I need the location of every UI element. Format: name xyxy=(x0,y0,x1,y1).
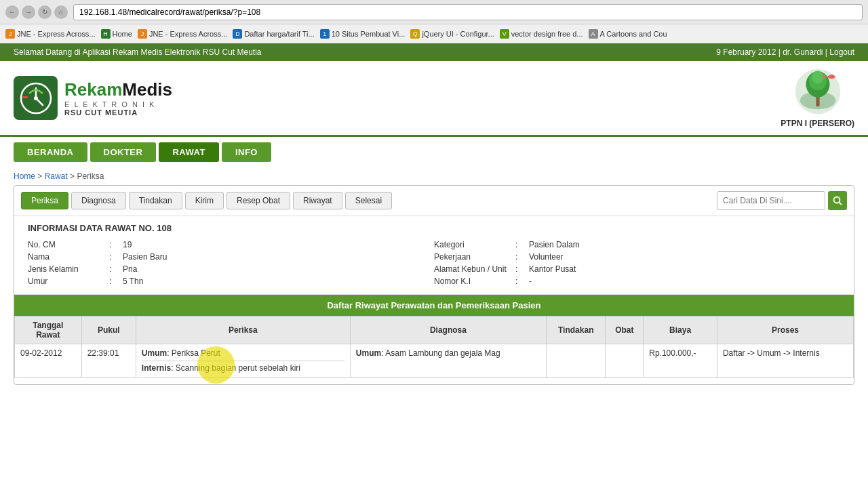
info-row-jenis-kelamin: Jenis Kelamin : Pria xyxy=(28,263,434,275)
col-obat: Obat xyxy=(606,317,644,344)
cell-diagnosa: Umum: Asam Lambung dan gejala Mag xyxy=(350,344,546,378)
nav-icons[interactable]: ← → ↻ ⌂ xyxy=(5,5,68,19)
col-proses: Proses xyxy=(717,317,853,344)
tab-periksa[interactable]: Periksa xyxy=(21,192,68,209)
cell-proses: Daftar -> Umum -> Internis xyxy=(717,344,853,378)
bookmark-item[interactable]: AA Cartoons and Cou xyxy=(589,29,667,39)
info-row-nomor-ki: Nomor K.I : - xyxy=(434,275,840,287)
nav-item-dokter[interactable]: DOKTER xyxy=(90,142,157,162)
nav-item-rawat[interactable]: RAWAT xyxy=(159,142,218,162)
tab-resep-obat[interactable]: Resep Obat xyxy=(226,192,290,209)
search-icon xyxy=(833,196,842,205)
nav-item-info[interactable]: INFO xyxy=(222,142,271,162)
info-right: Kategori : Pasien Dalam Pekerjaan : Volu… xyxy=(434,239,840,287)
col-periksa: Periksa xyxy=(136,317,350,344)
cell-obat xyxy=(606,344,644,378)
app-header: RekamMedis E L E K T R O N I K RSU CUT M… xyxy=(0,61,868,137)
logo-icon xyxy=(14,76,58,120)
app-header-bar: Selamat Datang di Aplikasi Rekam Medis E… xyxy=(0,43,868,61)
brand-name-green: Rekam xyxy=(64,79,122,100)
periksa-umum: Umum: Periksa Perut xyxy=(142,348,344,358)
nav-item-beranda[interactable]: BERANDA xyxy=(14,142,87,162)
table-row: 09-02-2012 22:39:01 Umum: Periksa Perut … xyxy=(15,344,854,378)
data-table: TanggalRawat Pukul Periksa Diagnosa Tind… xyxy=(14,316,854,378)
breadcrumb-periksa: Periksa xyxy=(77,171,104,181)
cell-tanggal: 09-02-2012 xyxy=(15,344,82,378)
brand-name-dark: Medis xyxy=(122,79,172,100)
cell-biaya: Rp.100.000,- xyxy=(644,344,717,378)
sub2-text: RSU CUT MEUTIA xyxy=(64,108,172,117)
col-tanggal: TanggalRawat xyxy=(15,317,82,344)
bookmark-item[interactable]: DDaftar harga/tarif Ti... xyxy=(233,29,314,39)
ptpn-logo-svg xyxy=(794,68,842,115)
refresh-button[interactable]: ↻ xyxy=(38,5,52,19)
periksa-internis: Internis: Scanning bagian perut sebelah … xyxy=(142,363,344,373)
svg-line-10 xyxy=(840,203,842,205)
col-diagnosa: Diagnosa xyxy=(350,317,546,344)
col-pukul: Pukul xyxy=(81,317,136,344)
user-info: 9 February 2012 | dr. Gunardi | Logout xyxy=(716,47,854,57)
tab-selesai[interactable]: Selesai xyxy=(345,192,392,209)
back-button[interactable]: ← xyxy=(5,5,19,19)
bookmark-item[interactable]: Vvector design free d... xyxy=(500,29,583,39)
url-bar[interactable] xyxy=(73,4,863,20)
content-area: Periksa Diagnosa Tindakan Kirim Resep Ob… xyxy=(14,185,854,385)
tab-diagnosa[interactable]: Diagnosa xyxy=(71,192,126,209)
search-area xyxy=(717,191,847,210)
content-tabs: Periksa Diagnosa Tindakan Kirim Resep Ob… xyxy=(14,186,854,216)
info-row-pekerjaan: Pekerjaan : Volunteer xyxy=(434,251,840,263)
info-row-umur: Umur : 5 Thn xyxy=(28,275,434,287)
info-section: INFORMASI DATA RAWAT NO. 108 No. CM : 19… xyxy=(14,216,854,295)
cell-tindakan xyxy=(547,344,606,378)
bookmark-item[interactable]: JJNE - Express Across... xyxy=(5,29,96,39)
info-row-nocm: No. CM : 19 xyxy=(28,239,434,251)
cell-pukul: 22:39:01 xyxy=(81,344,136,378)
breadcrumb-rawat[interactable]: Rawat xyxy=(45,171,68,181)
info-row-alamat: Alamat Kebun / Unit : Kantor Pusat xyxy=(434,263,840,275)
info-row-kategori: Kategori : Pasien Dalam xyxy=(434,239,840,251)
tab-kirim[interactable]: Kirim xyxy=(185,192,224,209)
bookmark-item[interactable]: JJNE - Express Across... xyxy=(138,29,228,39)
svg-point-8 xyxy=(812,70,824,83)
logo-area: RekamMedis E L E K T R O N I K RSU CUT M… xyxy=(14,76,172,120)
col-tindakan: Tindakan xyxy=(547,317,606,344)
bookmark-item[interactable]: 110 Situs Pembuat Vi... xyxy=(320,29,406,39)
ptpn-label: PTPN I (PERSERO) xyxy=(781,119,854,128)
info-row-nama: Nama : Pasien Baru xyxy=(28,251,434,263)
home-button[interactable]: ⌂ xyxy=(54,5,68,19)
svg-rect-2 xyxy=(22,96,28,98)
svg-point-9 xyxy=(834,197,840,203)
table-header-row: Daftar Riwayat Perawatan dan Pemeriksaan… xyxy=(14,295,854,316)
main-nav: BERANDADOKTERRAWATINFO xyxy=(0,137,868,167)
bookmark-item[interactable]: QjQuery UI - Configur... xyxy=(410,29,494,39)
table-section: Daftar Riwayat Perawatan dan Pemeriksaan… xyxy=(14,295,854,384)
ptpn-logo-area: PTPN I (PERSERO) xyxy=(781,68,854,128)
tab-tindakan[interactable]: Tindakan xyxy=(129,192,182,209)
cell-periksa: Umum: Periksa Perut Internis: Scanning b… xyxy=(136,344,350,378)
breadcrumb-home[interactable]: Home xyxy=(14,171,35,181)
search-input[interactable] xyxy=(717,191,825,210)
breadcrumb: Home > Rawat > Periksa xyxy=(0,167,868,185)
info-left: No. CM : 19 Nama : Pasien Baru Jenis Kel… xyxy=(28,239,434,287)
bookmarks-bar: JJNE - Express Across...HHomeJJNE - Expr… xyxy=(0,24,868,43)
svg-point-1 xyxy=(34,96,38,100)
browser-bar: ← → ↻ ⌂ xyxy=(0,0,868,24)
search-button[interactable] xyxy=(828,191,847,210)
tab-riwayat[interactable]: Riwayat xyxy=(293,192,342,209)
logo-text: RekamMedis E L E K T R O N I K RSU CUT M… xyxy=(64,79,172,117)
col-biaya: Biaya xyxy=(644,317,717,344)
table-header: TanggalRawat Pukul Periksa Diagnosa Tind… xyxy=(15,317,854,344)
bookmark-item[interactable]: HHome xyxy=(101,29,132,39)
info-title: INFORMASI DATA RAWAT NO. 108 xyxy=(28,223,840,233)
info-grid: No. CM : 19 Nama : Pasien Baru Jenis Kel… xyxy=(28,239,840,287)
welcome-text: Selamat Datang di Aplikasi Rekam Medis E… xyxy=(14,47,261,57)
forward-button[interactable]: → xyxy=(22,5,35,19)
sub1-text: E L E K T R O N I K xyxy=(64,100,172,108)
